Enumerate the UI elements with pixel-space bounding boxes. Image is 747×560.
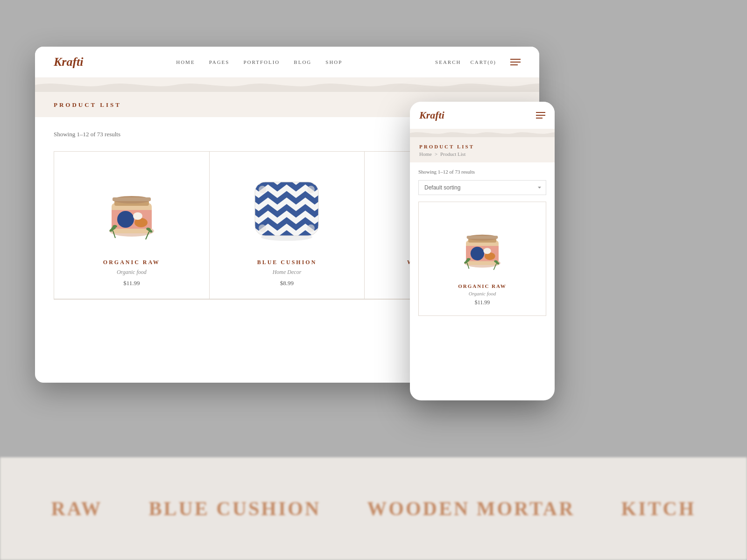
desktop-logo[interactable]: Krafti: [54, 55, 84, 69]
svg-point-23: [307, 224, 315, 232]
mobile-product-card-organic[interactable]: ORGANIC RAW Organic food $11.99: [418, 202, 546, 316]
mobile-hamburger[interactable]: [536, 112, 545, 119]
mobile-logo[interactable]: Krafti: [419, 109, 444, 121]
mobile-hamburger-line-1: [536, 112, 545, 113]
mobile-page-header: PRODUCT LIST Home > Product List: [410, 137, 555, 162]
product-price-organic: $11.99: [123, 280, 140, 287]
hamburger-line-1: [510, 59, 521, 60]
mobile-product-price: $11.99: [475, 299, 490, 306]
mobile-breadcrumb-sep: >: [435, 151, 437, 157]
product-name-organic: ORGANIC RAW: [103, 259, 160, 266]
svg-point-34: [483, 248, 491, 254]
svg-point-32: [471, 247, 484, 260]
svg-point-21: [307, 186, 315, 193]
mobile-breadcrumb-home[interactable]: Home: [419, 151, 432, 157]
desktop-header: Krafti HOME PAGES PORTFOLIO BLOG SHOP SE…: [35, 47, 539, 78]
mobile-results-count: Showing 1–12 of 73 results: [418, 169, 546, 175]
svg-point-12: [113, 225, 117, 228]
nav-portfolio[interactable]: PORTFOLIO: [243, 59, 280, 65]
svg-point-41: [467, 258, 471, 260]
svg-point-3: [117, 211, 134, 228]
cart-button[interactable]: CART(0): [470, 59, 496, 65]
product-image-organic: [63, 166, 200, 250]
bg-title-3: WOODEN MORTAR: [367, 497, 575, 520]
nav-shop[interactable]: SHOP: [325, 59, 342, 65]
product-price-cushion: $8.99: [280, 280, 294, 287]
mobile-page-title: PRODUCT LIST: [419, 144, 545, 149]
page-title-desktop: PRODUCT LIST: [54, 101, 121, 109]
svg-point-20: [259, 186, 266, 193]
product-card-organic[interactable]: ORGANIC RAW Organic food $11.99: [54, 152, 210, 299]
svg-point-5: [133, 212, 142, 220]
wave-divider-desktop: [35, 78, 539, 92]
background-strip: RAW BLUE CUSHION WOODEN MORTAR KITCH: [0, 457, 747, 560]
organic-jar-svg: [101, 170, 162, 245]
nav-blog[interactable]: BLOG: [294, 59, 311, 65]
nav-pages[interactable]: PAGES: [209, 59, 230, 65]
product-category-cushion: Home Decor: [273, 269, 302, 276]
mobile-breadcrumb-current: Product List: [440, 151, 465, 157]
mobile-breadcrumb: Home > Product List: [419, 151, 545, 157]
mobile-window: Krafti PRODUCT LIST Home > Product List …: [410, 102, 555, 400]
svg-rect-8: [113, 197, 151, 201]
mobile-header: Krafti: [410, 102, 555, 129]
hamburger-line-2: [510, 62, 521, 63]
mobile-content: Showing 1–12 of 73 results Default sorti…: [410, 162, 555, 396]
desktop-nav: HOME PAGES PORTFOLIO BLOG SHOP: [176, 59, 342, 65]
svg-rect-37: [467, 236, 498, 239]
search-button[interactable]: SEARCH: [435, 59, 461, 65]
bg-title-1: RAW: [51, 497, 102, 520]
mobile-hamburger-line-2: [536, 115, 545, 116]
mobile-hamburger-line-3: [536, 118, 543, 119]
nav-home[interactable]: HOME: [176, 59, 195, 65]
results-count-desktop: Showing 1–12 of 73 results: [54, 131, 120, 138]
bg-title-2: BLUE CUSHION: [148, 497, 321, 520]
mobile-wave-divider: [410, 129, 555, 137]
hamburger-menu[interactable]: [510, 59, 521, 65]
cushion-svg: [249, 173, 324, 243]
product-image-cushion: [219, 166, 355, 250]
hamburger-line-3: [510, 64, 518, 65]
mobile-product-name: ORGANIC RAW: [458, 283, 507, 289]
product-card-cushion[interactable]: BLUE CUSHION Home Decor $8.99: [210, 152, 365, 299]
mobile-product-category: Organic food: [469, 291, 496, 296]
mobile-organic-jar-svg: [457, 214, 508, 274]
svg-point-22: [259, 224, 266, 232]
mobile-sort-select[interactable]: Default sorting Price: Low to High Price…: [418, 180, 546, 195]
product-name-cushion: BLUE CUSHION: [257, 259, 317, 266]
header-actions: SEARCH CART(0): [435, 59, 521, 65]
bg-title-4: KITCH: [621, 497, 696, 520]
product-category-organic: Organic food: [117, 269, 147, 276]
mobile-product-image-organic: [457, 211, 508, 277]
